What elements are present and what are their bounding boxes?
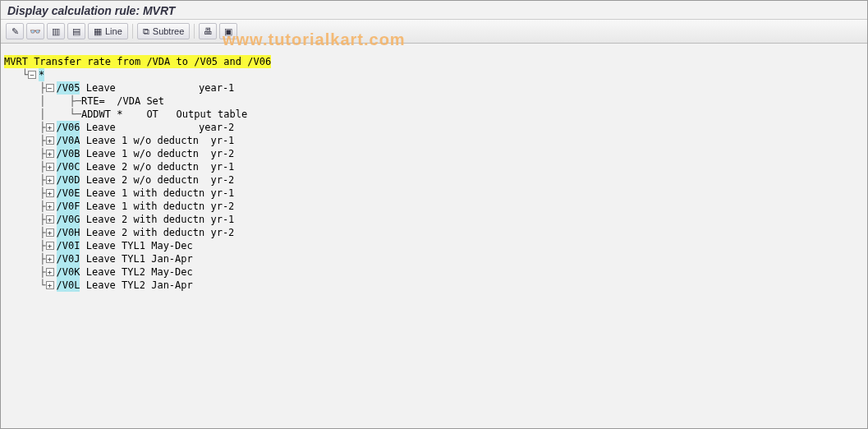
tree-item-row: ├+/V0J Leave TYL1 Jan-Apr: [4, 252, 864, 265]
wage-type-code[interactable]: /V0B: [57, 147, 80, 160]
grid-icon: ▦: [94, 27, 102, 36]
wage-type-code[interactable]: /V05: [57, 81, 80, 95]
tree-connector: ├: [4, 265, 46, 279]
wage-type-code[interactable]: /V0L: [57, 279, 80, 292]
toolbar: ✎ 👓 ▥ ▤ ▦ Line ⧉ Subtree 🖶 ▣: [1, 20, 867, 44]
star-node[interactable]: *: [39, 68, 44, 81]
layers-button[interactable]: ▣: [219, 23, 237, 39]
tree-item-row: ├+/V0A Leave 1 w/o deductn yr-1: [4, 134, 864, 147]
line-button[interactable]: ▦ Line: [88, 23, 128, 39]
tree-item-row: ├+/V0C Leave 2 w/o deductn yr-1: [4, 160, 864, 173]
expand-icon[interactable]: +: [46, 281, 54, 289]
expand-icon[interactable]: +: [46, 136, 54, 145]
tree-icon: ⧉: [143, 27, 149, 36]
tree-connector: ├: [4, 173, 46, 187]
expand-icon[interactable]: +: [46, 228, 54, 237]
tree-connector: ├: [4, 147, 46, 160]
root-desc: Transfer rate from /VDA to /V05 and /V06: [28, 55, 271, 68]
page-title: Display calculation rule: MVRT: [7, 4, 175, 17]
tree-connector: ├: [4, 121, 46, 134]
expand-button[interactable]: ▥: [47, 23, 65, 39]
tree-connector: └: [4, 279, 46, 292]
expand-icon[interactable]: −: [46, 84, 54, 92]
tree-connector: ├: [4, 252, 46, 265]
expand-icon[interactable]: +: [46, 202, 54, 210]
tree-item-row: ├+/V0F Leave 1 with deductn yr-2: [4, 200, 864, 213]
line-label: Line: [105, 26, 122, 36]
expand-icon[interactable]: +: [46, 176, 54, 184]
tree-child-row: │ └─ADDWT * OT Output table: [4, 108, 864, 121]
subtree-label: Subtree: [153, 26, 185, 36]
tree-item-row: ├+/V0G Leave 2 with deductn yr-1: [4, 213, 864, 226]
wage-type-desc: Leave TYL2 Jan-Apr: [80, 279, 192, 292]
tree-connector: │ └─: [4, 108, 81, 121]
subtree-button[interactable]: ⧉ Subtree: [137, 23, 191, 39]
wage-type-code[interactable]: /V0C: [57, 160, 80, 173]
wage-type-code[interactable]: /V0G: [57, 213, 80, 226]
tree-item-row: ├+/V0I Leave TYL1 May-Dec: [4, 239, 864, 252]
expand-icon[interactable]: +: [46, 215, 54, 224]
operation-text: RTE= /VDA Set: [81, 95, 164, 108]
toggle-edit-button[interactable]: ✎: [6, 23, 24, 39]
tree-connector: ├: [4, 187, 46, 200]
wage-type-desc: Leave year-1: [80, 81, 234, 95]
box1-icon: ▥: [52, 27, 60, 36]
tree-connector: │ ├─: [4, 95, 81, 108]
wage-type-code[interactable]: /V0J: [57, 252, 80, 265]
expand-icon[interactable]: +: [46, 150, 54, 158]
expand-icon[interactable]: +: [46, 123, 54, 131]
tree-star-row: └−*: [4, 68, 864, 81]
expand-icon[interactable]: −: [28, 71, 36, 79]
tree-connector: └: [4, 68, 28, 81]
title-bar: Display calculation rule: MVRT: [1, 1, 867, 20]
display-button[interactable]: 👓: [26, 23, 44, 39]
tree-item-row: ├−/V05 Leave year-1: [4, 81, 864, 95]
tree-area: MVRT Transfer rate from /VDA to /V05 and…: [1, 44, 867, 295]
expand-icon[interactable]: +: [46, 163, 54, 171]
tree-item-row: ├+/V0E Leave 1 with deductn yr-1: [4, 187, 864, 200]
operation-text: ADDWT * OT Output table: [81, 108, 247, 121]
pencil-icon: ✎: [11, 27, 19, 36]
toolbar-separator: [194, 24, 195, 39]
expand-icon[interactable]: +: [46, 242, 54, 250]
wage-type-desc: Leave 1 with deductn yr-1: [80, 187, 234, 200]
toolbar-separator: [132, 24, 133, 39]
wage-type-desc: Leave TYL1 Jan-Apr: [80, 252, 192, 265]
expand-icon[interactable]: +: [46, 189, 54, 197]
wage-type-code[interactable]: /V06: [57, 121, 80, 134]
tree-item-row: ├+/V0D Leave 2 w/o deductn yr-2: [4, 173, 864, 187]
wage-type-desc: Leave year-2: [80, 121, 234, 134]
tree-connector: ├: [4, 226, 46, 239]
collapse-button[interactable]: ▤: [67, 23, 85, 39]
wage-type-desc: Leave 1 with deductn yr-2: [80, 200, 234, 213]
wage-type-code[interactable]: /V0A: [57, 134, 80, 147]
wage-type-desc: Leave TYL2 May-Dec: [80, 265, 192, 279]
tree-item-row: ├+/V06 Leave year-2: [4, 121, 864, 134]
wage-type-code[interactable]: /V0I: [57, 239, 80, 252]
expand-icon[interactable]: +: [46, 255, 54, 263]
wage-type-desc: Leave 2 with deductn yr-2: [80, 226, 234, 239]
print-button[interactable]: 🖶: [199, 23, 217, 39]
tree-connector: ├: [4, 200, 46, 213]
wage-type-code[interactable]: /V0K: [57, 265, 80, 279]
wage-type-desc: Leave 2 w/o deductn yr-1: [80, 160, 234, 173]
wage-type-code[interactable]: /V0F: [57, 200, 80, 213]
wage-type-code[interactable]: /V0E: [57, 187, 80, 200]
wage-type-code[interactable]: /V0D: [57, 173, 80, 187]
wage-type-desc: Leave TYL1 May-Dec: [80, 239, 192, 252]
glasses-icon: 👓: [30, 27, 41, 36]
box2-icon: ▤: [72, 27, 80, 36]
wage-type-code[interactable]: /V0H: [57, 226, 80, 239]
expand-icon[interactable]: +: [46, 268, 54, 276]
tree-connector: ├: [4, 213, 46, 226]
wage-type-desc: Leave 2 w/o deductn yr-2: [80, 173, 234, 187]
tree-root-row: MVRT Transfer rate from /VDA to /V05 and…: [4, 55, 864, 68]
tree-item-row: └+/V0L Leave TYL2 Jan-Apr: [4, 279, 864, 292]
wage-type-desc: Leave 2 with deductn yr-1: [80, 213, 234, 226]
tree-connector: ├: [4, 134, 46, 147]
tree-connector: ├: [4, 160, 46, 173]
tree-connector: ├: [4, 81, 46, 95]
root-code[interactable]: MVRT: [4, 55, 28, 68]
tree-item-row: ├+/V0B Leave 1 w/o deductn yr-2: [4, 147, 864, 160]
wage-type-desc: Leave 1 w/o deductn yr-2: [80, 147, 234, 160]
